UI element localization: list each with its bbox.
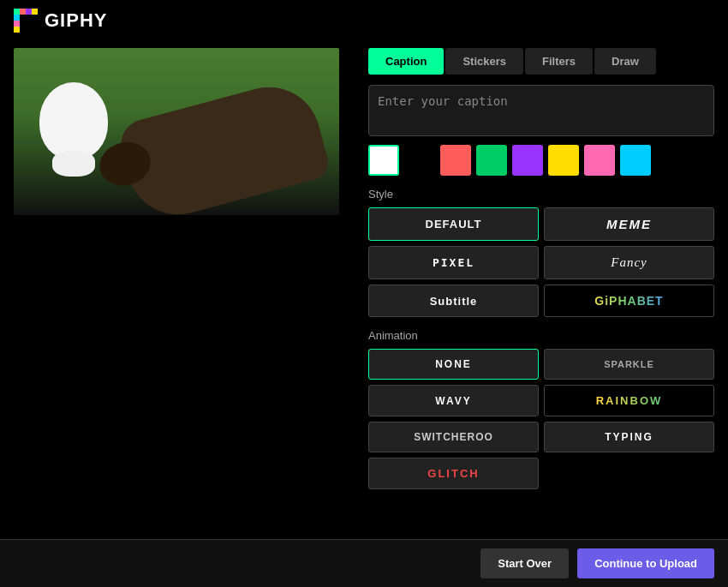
logo: GIPHY [14,9,107,33]
svg-rect-4 [14,15,20,21]
svg-rect-0 [14,9,20,15]
continue-button[interactable]: Continue to Upload [577,548,714,578]
color-swatch-row [368,145,714,176]
footer: Start Over Continue to Upload [0,539,728,587]
style-btn-pixel[interactable]: PIXEL [368,246,539,279]
caption-input[interactable] [368,85,714,136]
start-over-button[interactable]: Start Over [480,548,569,578]
preview-image [14,48,339,215]
color-swatch-green[interactable] [476,145,507,176]
anim-btn-switcheroo[interactable]: SWITCHEROO [368,422,539,452]
tab-caption[interactable]: Caption [368,48,444,75]
style-section-label: Style [368,188,714,201]
color-swatch-white[interactable] [368,145,399,176]
person-figure [115,75,331,215]
color-swatch-yellow[interactable] [548,145,579,176]
main-content: Caption Stickers Filters Draw Style DEFA… [0,41,728,539]
color-swatch-purple[interactable] [512,145,543,176]
color-swatch-pink[interactable] [584,145,615,176]
svg-rect-5 [14,21,20,27]
preview-panel [14,48,348,532]
svg-rect-2 [26,9,32,15]
style-btn-default[interactable]: DEFAULT [368,207,539,241]
style-btn-fancy[interactable]: Fancy [544,246,714,279]
animation-section-label: Animation [368,329,714,342]
anim-btn-none[interactable]: NONE [368,349,539,380]
anim-btn-glitch[interactable]: GLITCH [368,458,539,489]
style-grid: DEFAULT MEME PIXEL Fancy Subtitle GiPHAB… [368,207,714,317]
anim-btn-rainbow[interactable]: RAINBOW [544,385,714,416]
giphy-logo-icon [14,9,38,33]
tab-stickers[interactable]: Stickers [445,48,523,75]
svg-rect-6 [14,27,20,33]
svg-rect-3 [32,9,38,15]
svg-rect-1 [20,9,26,15]
color-swatch-cyan[interactable] [620,145,651,176]
anim-btn-sparkle[interactable]: SPARKLE [544,349,714,380]
anim-btn-typing[interactable]: TYPING [544,422,714,452]
animation-grid: NONE SPARKLE WAVY RAINBOW SWITCHEROO TYP… [368,349,714,489]
logo-text: GIPHY [45,9,107,32]
style-btn-alphabet[interactable]: GiPHABET [544,285,714,317]
style-btn-subtitle[interactable]: Subtitle [368,285,539,317]
tab-filters[interactable]: Filters [525,48,593,75]
header: GIPHY [0,0,728,41]
color-swatch-red[interactable] [440,145,471,176]
anim-btn-wavy[interactable]: WAVY [368,385,539,416]
color-swatch-black[interactable] [404,145,435,176]
tab-bar: Caption Stickers Filters Draw [368,48,714,75]
tab-draw[interactable]: Draw [594,48,656,75]
lamb-figure [39,82,108,159]
controls-panel: Caption Stickers Filters Draw Style DEFA… [368,48,714,532]
style-btn-meme[interactable]: MEME [544,207,714,241]
preview-scene [14,48,339,215]
